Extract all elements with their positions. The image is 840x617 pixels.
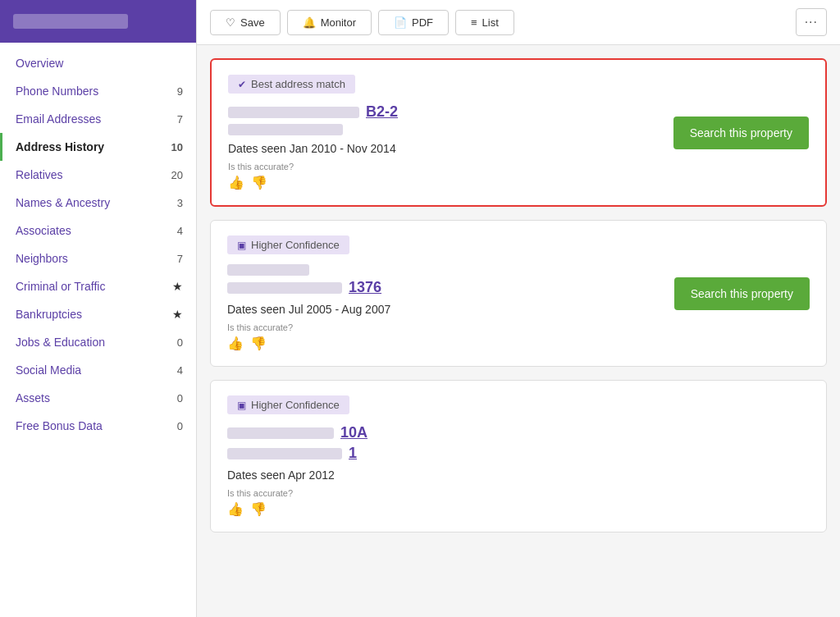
address-dates-3: Dates seen Apr 2012 [227,468,810,482]
address-blur [228,124,343,135]
save-label: Save [240,16,265,29]
bell-icon: 🔔 [303,16,316,29]
sidebar-nav: OverviewPhone Numbers9Email Addresses7Ad… [0,43,196,617]
sidebar-item-relatives[interactable]: Relatives20 [0,161,196,189]
sidebar-item-label: Assets [16,391,50,404]
sidebar-item-names-ancestry[interactable]: Names & Ancestry3 [0,189,196,217]
sidebar-item-badge: 0 [177,336,183,349]
address-blur [228,107,359,118]
monitor-label: Monitor [321,16,356,29]
search-property-button-1[interactable]: Search this property [673,117,809,149]
sidebar-item-label: Phone Numbers [16,85,98,98]
sidebar-item-criminal-traffic[interactable]: Criminal or Traffic★ [0,272,196,300]
sidebar-item-label: Neighbors [16,252,68,265]
address-line-2: 1376 [227,279,658,296]
sidebar-item-label: Overview [16,57,63,70]
address-card-3: ▣Higher Confidence10A1Dates seen Apr 201… [210,380,827,532]
feedback-icons-1: 👍👎 [228,175,657,190]
search-property-button-2[interactable]: Search this property [674,277,810,310]
sidebar-item-badge: ★ [172,308,183,321]
address-blur [227,427,334,439]
sidebar-item-badge: 10 [171,141,183,153]
sidebar-item-jobs-education[interactable]: Jobs & Education0 [0,328,196,356]
thumbs-up-icon[interactable]: 👍 [227,336,244,351]
sidebar-logo [0,0,196,43]
checkmark-icon: ✔ [238,79,246,90]
sidebar-item-neighbors[interactable]: Neighbors7 [0,245,196,272]
sidebar-item-label: Address History [16,140,104,153]
accuracy-label-2: Is this accurate? [227,322,658,332]
address-card-1: ✔Best address matchB2-2Dates seen Jan 20… [210,58,827,207]
card-left-1: ✔Best address matchB2-2Dates seen Jan 20… [228,75,657,190]
card-left-2: ▣Higher Confidence1376Dates seen Jul 200… [227,235,658,351]
sidebar-item-badge: 20 [171,169,183,181]
sidebar-item-label: Associates [16,224,71,237]
sidebar-item-free-bonus-data[interactable]: Free Bonus Data0 [0,412,196,440]
address-line-2: 1 [227,445,810,462]
address-history-content: ✔Best address matchB2-2Dates seen Jan 20… [197,45,840,617]
badge-label: Higher Confidence [251,399,340,411]
address-line-2 [228,124,657,135]
sidebar-item-email-addresses[interactable]: Email Addresses7 [0,105,196,133]
heart-icon: ♡ [226,16,235,29]
pdf-button[interactable]: 📄 PDF [378,10,449,35]
sidebar-item-label: Free Bonus Data [16,419,103,432]
sidebar-item-label: Social Media [16,363,81,377]
address-line-1: B2-2 [228,103,657,121]
feedback-icons-3: 👍👎 [227,501,810,517]
address-unit: 1376 [349,279,381,296]
sidebar-item-badge: 7 [177,253,183,265]
list-icon: ≡ [471,16,477,29]
monitor-button[interactable]: 🔔 Monitor [287,10,372,35]
address-unit2: 1 [349,445,357,462]
logo-bar [13,14,128,29]
address-lines-1: B2-2 [228,103,657,135]
address-unit: 10A [340,424,368,441]
sidebar-item-badge: 3 [177,197,183,209]
sidebar-item-badge: 7 [177,113,183,126]
accuracy-label-3: Is this accurate? [227,488,810,498]
sidebar-item-overview[interactable]: Overview [0,49,196,77]
address-unit: B2-2 [366,103,398,121]
thumbs-up-icon[interactable]: 👍 [228,175,244,190]
list-button[interactable]: ≡ List [455,10,514,35]
address-dates-2: Dates seen Jul 2005 - Aug 2007 [227,303,658,316]
sidebar-item-label: Names & Ancestry [16,196,110,209]
flag-icon: ▣ [237,240,246,251]
main-content: ♡ Save 🔔 Monitor 📄 PDF ≡ List ··· ✔Best … [197,0,840,617]
sidebar-item-associates[interactable]: Associates4 [0,217,196,245]
address-blur [227,448,342,459]
sidebar-item-bankruptcies[interactable]: Bankruptcies★ [0,300,196,328]
badge-label: Best address match [251,78,345,90]
address-dates-1: Dates seen Jan 2010 - Nov 2014 [228,142,657,155]
thumbs-down-icon[interactable]: 👎 [251,175,267,190]
thumbs-up-icon[interactable]: 👍 [227,501,244,517]
sidebar-item-label: Bankruptcies [16,308,82,321]
list-label: List [482,16,499,29]
thumbs-down-icon[interactable]: 👎 [250,336,267,351]
address-line-1 [227,264,658,276]
thumbs-down-icon[interactable]: 👎 [250,501,267,517]
sidebar-item-phone-numbers[interactable]: Phone Numbers9 [0,77,196,105]
badge-label: Higher Confidence [251,239,340,251]
sidebar-item-label: Email Addresses [16,112,101,126]
pdf-icon: 📄 [394,16,407,29]
sidebar-item-badge: 0 [177,420,183,432]
sidebar-item-badge: 4 [177,364,183,377]
save-button[interactable]: ♡ Save [210,10,281,35]
sidebar-item-social-media[interactable]: Social Media4 [0,356,196,384]
address-blur [227,264,309,276]
pdf-label: PDF [412,16,433,29]
sidebar-item-label: Relatives [16,168,63,181]
address-line-1: 10A [227,424,810,441]
sidebar-item-badge: 0 [177,392,183,404]
more-button[interactable]: ··· [796,8,827,36]
confidence-badge-3: ▣Higher Confidence [227,395,349,414]
sidebar-item-assets[interactable]: Assets0 [0,384,196,412]
flag-icon: ▣ [237,400,246,411]
sidebar-item-badge: 4 [177,225,183,237]
confidence-badge-1: ✔Best address match [228,75,355,94]
confidence-badge-2: ▣Higher Confidence [227,235,349,254]
sidebar-item-address-history[interactable]: Address History10 [0,133,196,161]
address-lines-2: 1376 [227,264,658,296]
